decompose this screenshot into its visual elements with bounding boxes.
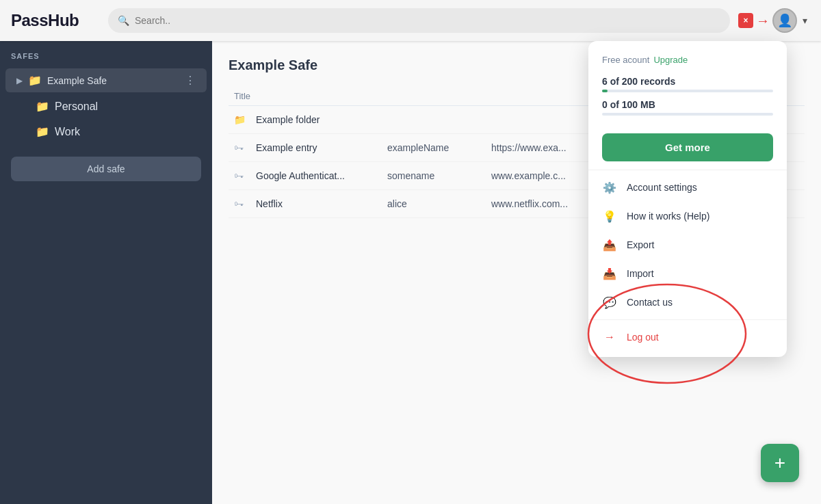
menu-item-label: How it works (Help)	[627, 211, 709, 222]
row-username: exampleName	[387, 142, 483, 153]
gear-icon: ⚙️	[602, 180, 617, 195]
key-icon: 🗝	[234, 198, 248, 209]
sidebar-item-example-safe[interactable]: ▶ 📁 Example Safe ⋮	[5, 68, 207, 92]
menu-item-label: Log out	[627, 332, 659, 343]
search-bar: 🔍	[108, 8, 730, 33]
get-more-button[interactable]: Get more	[602, 133, 773, 161]
close-button[interactable]: ×	[738, 13, 753, 28]
menu-item-import[interactable]: 📥 Import	[588, 259, 787, 288]
key-icon: 🗝	[234, 170, 248, 181]
chevron-right-icon: ▶	[16, 76, 23, 85]
sidebar-safe-name: Example Safe	[47, 75, 179, 86]
folder-icon: 📁	[234, 114, 248, 125]
account-status: Free acount Upgrade	[588, 52, 787, 73]
storage-progress-bar	[602, 113, 773, 116]
sidebar-item-label: Personal	[55, 101, 98, 113]
search-input[interactable]	[135, 15, 720, 26]
row-username: somename	[387, 170, 483, 181]
row-title: Netflix	[256, 198, 379, 209]
safes-label: SAFES	[0, 52, 212, 66]
menu-item-label: Export	[627, 239, 654, 250]
account-type-label: Free acount	[602, 55, 649, 65]
key-icon: 🗝	[234, 142, 248, 153]
menu-item-label: Import	[627, 268, 654, 279]
menu-item-logout[interactable]: → Log out	[588, 323, 787, 352]
menu-item-contact-us[interactable]: 💬 Contact us	[588, 288, 787, 317]
row-username: alice	[387, 198, 483, 209]
add-safe-button[interactable]: Add safe	[11, 157, 201, 181]
help-icon: 💡	[602, 209, 617, 224]
fab-add-button[interactable]: +	[761, 444, 799, 482]
title-column-header: Title	[234, 91, 250, 101]
menu-item-export[interactable]: 📤 Export	[588, 230, 787, 259]
arrow-icon[interactable]: →	[756, 13, 770, 29]
row-title: Example folder	[256, 114, 379, 125]
sidebar-item-personal[interactable]: 📁 Personal	[5, 95, 207, 118]
topbar: PassHub 🔍 × → 👤 ▾	[0, 0, 821, 41]
chevron-down-icon[interactable]: ▾	[800, 12, 810, 29]
topbar-right: × → 👤 ▾	[738, 8, 810, 33]
more-options-icon[interactable]: ⋮	[185, 74, 196, 87]
import-icon: 📥	[602, 266, 617, 281]
row-title: Example entry	[256, 142, 379, 153]
divider	[588, 170, 787, 170]
menu-item-account-settings[interactable]: ⚙️ Account settings	[588, 173, 787, 202]
sidebar: SAFES ▶ 📁 Example Safe ⋮ 📁 Personal 📁 Wo…	[0, 41, 212, 504]
plus-icon: +	[774, 452, 785, 474]
sidebar-item-label: Work	[55, 126, 80, 138]
sidebar-item-work[interactable]: 📁 Work	[5, 120, 207, 143]
records-progress-bar	[602, 90, 773, 92]
app-logo: PassHub	[11, 11, 100, 30]
menu-item-label: Contact us	[627, 297, 673, 308]
upgrade-link[interactable]: Upgrade	[653, 55, 688, 65]
folder-icon: 📁	[28, 74, 42, 87]
logout-icon: →	[602, 330, 617, 345]
avatar[interactable]: 👤	[772, 8, 797, 33]
folder-icon: 📁	[36, 125, 49, 138]
contact-icon: 💬	[602, 295, 617, 310]
search-icon: 🔍	[118, 15, 129, 26]
export-icon: 📤	[602, 237, 617, 252]
menu-item-label: Account settings	[627, 182, 697, 193]
records-label: 6 of 200 records	[602, 76, 773, 87]
row-title: Google Authenticat...	[256, 170, 379, 181]
records-progress-fill	[602, 90, 608, 92]
folder-icon: 📁	[36, 100, 49, 113]
dropdown-menu: Free acount Upgrade 6 of 200 records 0 o…	[588, 41, 787, 357]
divider	[588, 319, 787, 320]
records-progress: 6 of 200 records 0 of 100 MB	[588, 73, 787, 133]
storage-label: 0 of 100 MB	[602, 99, 773, 110]
menu-item-how-it-works[interactable]: 💡 How it works (Help)	[588, 202, 787, 230]
